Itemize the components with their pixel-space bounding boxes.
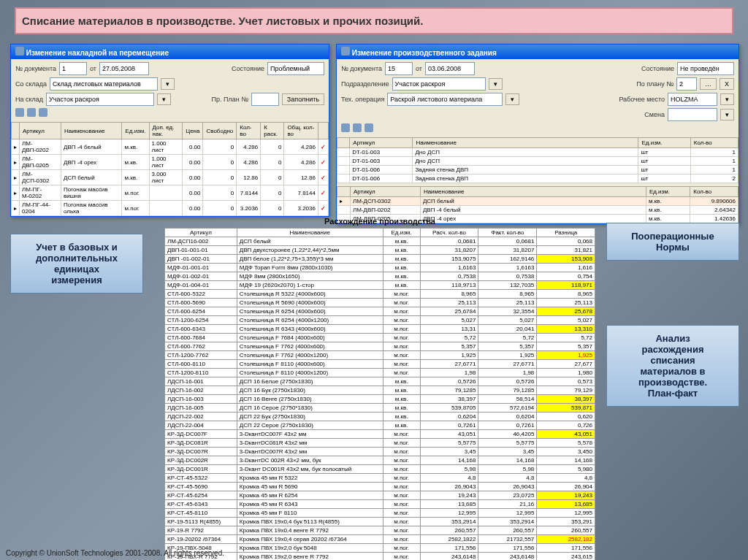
table-row[interactable]: DT-01-006Задняя стенка ДВПшт1 — [337, 166, 739, 174]
doc-no-label: № документа — [341, 65, 382, 72]
table-row[interactable]: КР-СТ-45-5322Кромка 45 мм R 5322м.пог.4,… — [165, 474, 595, 483]
table-row[interactable]: ▸ЛМ-ДВП-0202ДВП -4 белыйм.кв.1.000 лист0… — [12, 139, 329, 155]
dropdown-icon[interactable]: ▾ — [489, 78, 503, 90]
dep-input[interactable] — [392, 77, 486, 91]
table-row[interactable]: СТЛ-600-8110Столешница F 8110 (4000х600)… — [165, 360, 595, 369]
window-invoice: Изменение накладной на перемещение № док… — [10, 44, 329, 217]
toolbar-icon-3[interactable] — [39, 108, 47, 117]
state-input[interactable] — [267, 62, 324, 75]
op-label: Тех. операция — [341, 96, 384, 103]
doc-no-label: № документа — [15, 65, 56, 72]
table-row[interactable]: СТЛ-600-5322Столешница R 5322 (4000х600)… — [165, 290, 595, 299]
table-row[interactable]: КР-3Д-DC007F3-DкантDC007F 43х2 ммм.пог.4… — [165, 430, 595, 439]
date-input[interactable] — [425, 62, 475, 75]
op-input[interactable] — [387, 93, 503, 106]
table-row[interactable]: КР-19-20202 /67364Кромка ПВХ 19х0,4 сера… — [165, 535, 595, 544]
date-input[interactable] — [99, 62, 149, 75]
table-row[interactable]: ЛДСП-16-003ДСП 16 Венге (2750х1830)м.кв.… — [165, 395, 595, 404]
table-row[interactable]: ЛДСП-16-002ДСП 16 Бук (2750х1830)м.кв.79… — [165, 386, 595, 395]
toolbar-icon-2[interactable] — [353, 123, 362, 132]
table-row[interactable]: КР-19-R 7792Кромка ПВХ 19х0,4 венге R 77… — [165, 526, 595, 535]
doc-no-input[interactable] — [385, 62, 413, 75]
table-row[interactable]: DT-01-006Задняя стенка ДВПшт2 — [337, 174, 739, 183]
table-row[interactable]: ДВП-01-001-01ДВП двухсторонее (1,22*2,44… — [165, 246, 595, 255]
doc-no-input[interactable] — [59, 62, 87, 75]
dropdown-icon[interactable]: ▾ — [161, 78, 175, 90]
table-row[interactable]: DT-01-003Дно ДСПшт1 — [337, 157, 739, 166]
table-row[interactable]: КР-СТ-45-8110Кромка 45 мм F 8110м.пог.12… — [165, 509, 595, 518]
date-label: от — [416, 65, 422, 72]
table-row[interactable]: КР-3Д-DC001R3-Dкант DC001R 43х2 мм, бук … — [165, 465, 595, 474]
plan-no-input[interactable] — [676, 77, 697, 91]
table-row[interactable]: КР-СТ-45-6343Кромка 45 мм R 6343м.пог.13… — [165, 500, 595, 509]
toolbar-icon-1[interactable] — [15, 108, 24, 117]
table-row[interactable]: ▸ЛМ-ДСП-0302ДСП белыйм.кв.3.000 лист0.00… — [12, 170, 329, 185]
table-row[interactable]: СТЛ-600-6254Столешница R 6254 (4000х600)… — [165, 307, 595, 316]
table-row[interactable]: КР-3Д-DC007R3-DкантDC007R 43х2 ммм.пог.3… — [165, 448, 595, 456]
table-row[interactable]: КР-19-ПВХ-R 7792Кромка ПВХ 19х2,0 венге … — [165, 553, 595, 561]
table-row[interactable]: ▸ЛМ-ДВП-0205ДВП -4 орехм.кв.1.000 лист0.… — [12, 155, 329, 170]
table-row[interactable]: DT-01-003Дно ДСПшт1 — [337, 148, 739, 157]
table-row[interactable]: СТЛ-600-7762Столешница F 7762 (4000х600)… — [165, 342, 595, 351]
toolbar-icon-3[interactable] — [365, 123, 373, 132]
plan-label: По плану № — [636, 80, 673, 88]
from-label: Со склада — [15, 80, 47, 88]
table-row[interactable]: СТЛ-600-6343Столешница R 6343 (4000х600)… — [165, 325, 595, 334]
table-row[interactable]: МДФ-01-002-01МДФ 8мм (2800х1650)м.кв.0,7… — [165, 272, 595, 281]
task-grid-top[interactable]: АртикулНаименованиеЕд.изм.Кол-воDT-01-00… — [337, 137, 739, 183]
work-label: Рабочее место — [619, 96, 665, 103]
table-row[interactable]: ЛМ-ДВП-0202ДВП -4 белыйм.кв.2.64342 — [337, 206, 739, 215]
table-row[interactable]: ЛМ-ДСП16-002ДСП белыйм.кв.0,06810,06810,… — [165, 237, 595, 246]
browse-button[interactable]: … — [700, 78, 717, 90]
dropdown-icon[interactable]: ▾ — [505, 93, 519, 105]
table-row[interactable]: СТЛ-1200-8110Столешница F 8110 (4000х120… — [165, 369, 595, 377]
table-row[interactable]: МДФ-01-001-01МДФ Topan Form 8мм (2800х10… — [165, 264, 595, 272]
table-row[interactable]: СТЛ-600-5690Столешница R 5690 (4000х600)… — [165, 299, 595, 307]
table-row[interactable]: КР-СТ-45-5690Кромка 45 мм R 5690м.пог.26… — [165, 483, 595, 491]
table-row[interactable]: ЛДСП-16-001ДСП 16 Белое (2750х1830)м.кв.… — [165, 377, 595, 386]
table-row[interactable]: КР-19-ПВХ-5048Кромка ПВХ 19х2,0 бук 5048… — [165, 544, 595, 553]
work-input[interactable] — [668, 93, 717, 106]
table-row[interactable]: КР-19-5113 R(4855)Кромка ПВХ 19х0,4 бук … — [165, 518, 595, 526]
fill-button[interactable]: Заполнить — [282, 93, 324, 105]
toolbar-icon-2[interactable] — [27, 108, 36, 117]
state-label: Состояние — [641, 65, 674, 72]
table-row[interactable]: ЛДСП-22-004ДСП 22 Серое (2750х1830)м.кв.… — [165, 421, 595, 430]
invoice-grid[interactable]: АртикулНаименованиеЕд.изм.Доп. ед. нак.Ц… — [11, 122, 329, 216]
callout-units: Учет в базовых и дополнительных единицах… — [10, 234, 143, 294]
to-input[interactable] — [46, 93, 154, 106]
app-icon — [341, 47, 350, 55]
page-title: Списание материалов в производстве. Учет… — [15, 7, 733, 34]
table-row[interactable]: МДФ-01-004-01МДФ 19 (2620х2070) 1-сторм.… — [165, 281, 595, 290]
date-label: от — [90, 65, 96, 72]
clear-button[interactable]: X — [720, 78, 734, 90]
table-row[interactable]: КР-3Д-DC081R3-DкантDC081R 43х2 ммм.пог.5… — [165, 439, 595, 448]
dropdown-icon[interactable]: ▾ — [720, 109, 734, 120]
shift-label: Смена — [644, 111, 665, 118]
table-row[interactable]: КР-СТ-45-6254Кромка 45 мм R 6254м.пог.19… — [165, 491, 595, 500]
table-row[interactable]: ДВП -01-002-01ДВП белое (1,22*2,75+3,355… — [165, 255, 595, 264]
window-task: Изменение производственного задания № до… — [336, 44, 739, 224]
plan-input[interactable] — [251, 93, 279, 106]
window1-titlebar: Изменение накладной на перемещение — [11, 45, 329, 59]
shift-input[interactable] — [668, 108, 717, 121]
table-row[interactable]: СТЛ-1200-7762Столешница F 7762 (4000х120… — [165, 351, 595, 360]
table-row[interactable]: КР-3Д-DC002R3-DкантDC 002R 43×2 мм, букм… — [165, 456, 595, 465]
state-input[interactable] — [677, 62, 734, 75]
table-row[interactable]: ▸ЛМ-ПГ-44-0204Погонаж массив ольхам.пог.… — [12, 201, 329, 216]
discr-table[interactable]: АртикулНаименованиеЕд.изм.Расч. кол-воФа… — [164, 228, 595, 560]
table-row[interactable]: ▸ЛМ-ДСП-0302ДСП белыйм.кв.9.890606 — [337, 197, 739, 206]
table-row[interactable]: СТЛ-600-7684Столешница F 7684 (4000х600)… — [165, 334, 595, 342]
from-input[interactable] — [50, 77, 158, 91]
callout-analysis: Анализ расхождения списания материалов в… — [606, 325, 739, 407]
to-label: На склад — [15, 96, 43, 103]
table-row[interactable]: ЛДСП-16-005ДСП 16 Серое (2750*1830)м.кв.… — [165, 404, 595, 413]
table-row[interactable]: ЛДСП-22-002ДСП 22 Бук (2750х1830)м.кв.0,… — [165, 413, 595, 421]
dep-label: Подразделение — [341, 80, 389, 88]
dropdown-icon[interactable]: ▾ — [720, 93, 734, 105]
dropdown-icon[interactable]: ▾ — [157, 93, 171, 105]
toolbar-icon-1[interactable] — [341, 123, 350, 132]
table-row[interactable]: ▸ЛМ-ПГ-М-0202Погонаж массив вишням.пог.0… — [12, 185, 329, 201]
table-row[interactable]: СТЛ-1200-6254Столешница R 6254 (4000х120… — [165, 316, 595, 325]
plan-label: Пр. План № — [211, 96, 248, 103]
